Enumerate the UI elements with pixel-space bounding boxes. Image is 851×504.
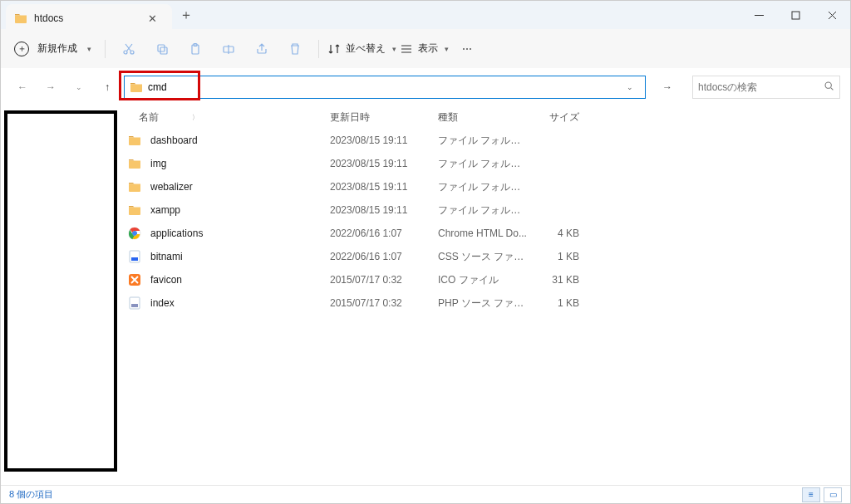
file-name: bitnami — [150, 251, 330, 262]
folder-icon — [127, 133, 142, 148]
file-date: 2023/08/15 19:11 — [330, 181, 438, 193]
tab-title: htdocs — [34, 12, 140, 24]
file-row[interactable]: img2023/08/15 19:11ファイル フォルダー — [117, 152, 850, 175]
cut-button[interactable] — [114, 35, 144, 63]
tiles-view-button[interactable]: ▭ — [824, 487, 842, 502]
file-date: 2022/06/16 1:07 — [330, 251, 438, 262]
details-view-button[interactable]: ≡ — [802, 487, 820, 502]
navbar: ← → ⌄ ↑ ⌄ → — [1, 69, 850, 105]
file-type: ファイル フォルダー — [438, 180, 529, 194]
xampp-icon — [127, 272, 142, 287]
plus-icon: ＋ — [14, 42, 29, 56]
chevron-down-icon: ▾ — [87, 45, 91, 53]
titlebar: htdocs ✕ ＋ — [1, 1, 850, 29]
svg-rect-15 — [131, 304, 138, 307]
file-type: ICO ファイル — [438, 273, 529, 287]
sidebar-mask — [4, 110, 117, 472]
sort-button[interactable]: 並べ替え ▾ — [327, 42, 396, 56]
chevron-down-icon: ▾ — [392, 45, 396, 53]
folder-icon — [127, 156, 142, 171]
address-bar[interactable]: ⌄ — [124, 76, 646, 99]
file-size: 31 KB — [529, 274, 579, 286]
folder-icon — [127, 203, 142, 218]
file-size: 1 KB — [529, 297, 579, 309]
file-row[interactable]: dashboard2023/08/15 19:11ファイル フォルダー — [117, 129, 850, 152]
up-button[interactable]: ↑ — [96, 76, 119, 99]
toolbar: ＋ 新規作成 ▾ 並べ替え ▾ 表示 ▾ ⋯ — [1, 29, 850, 69]
folder-icon — [14, 12, 27, 25]
separator — [318, 40, 319, 58]
chevron-down-icon: ▾ — [445, 45, 449, 53]
file-date: 2023/08/15 19:11 — [330, 204, 438, 216]
new-tab-button[interactable]: ＋ — [172, 1, 200, 29]
address-input[interactable] — [148, 76, 615, 98]
search-box[interactable] — [692, 76, 840, 99]
file-type: Chrome HTML Do... — [438, 228, 529, 239]
file-pane: 名前〉 更新日時 種類 サイズ dashboard2023/08/15 19:1… — [117, 105, 850, 485]
file-row[interactable]: bitnami2022/06/16 1:07CSS ソース ファイル1 KB — [117, 245, 850, 268]
folder-icon — [130, 81, 143, 94]
file-date: 2023/08/15 19:11 — [330, 158, 438, 169]
paste-button[interactable] — [180, 35, 210, 63]
col-date[interactable]: 更新日時 — [330, 110, 438, 125]
back-button[interactable]: ← — [11, 76, 34, 99]
svg-rect-4 — [160, 47, 167, 54]
svg-rect-0 — [792, 12, 799, 19]
file-row[interactable]: applications2022/06/16 1:07Chrome HTML D… — [117, 222, 850, 245]
file-type: ファイル フォルダー — [438, 134, 529, 148]
folder-icon — [127, 179, 142, 194]
tab-htdocs[interactable]: htdocs ✕ — [6, 4, 172, 32]
new-button[interactable]: ＋ 新規作成 ▾ — [9, 38, 96, 60]
file-name: index — [150, 297, 330, 309]
file-row[interactable]: xampp2023/08/15 19:11ファイル フォルダー — [117, 198, 850, 222]
file-date: 2015/07/17 0:32 — [330, 297, 438, 309]
statusbar: 8 個の項目 ≡ ▭ — [1, 485, 850, 503]
minimize-button[interactable] — [740, 1, 777, 29]
file-name: img — [150, 158, 330, 169]
address-dropdown[interactable]: ⌄ — [620, 76, 640, 98]
file-name: favicon — [150, 274, 330, 286]
view-button[interactable]: 表示 ▾ — [400, 42, 449, 56]
search-icon — [824, 81, 834, 94]
file-row[interactable]: favicon2015/07/17 0:32ICO ファイル31 KB — [117, 268, 850, 291]
file-row[interactable]: webalizer2023/08/15 19:11ファイル フォルダー — [117, 175, 850, 198]
file-size: 4 KB — [529, 228, 579, 239]
more-button[interactable]: ⋯ — [452, 35, 482, 63]
php-icon — [127, 296, 142, 311]
col-size[interactable]: サイズ — [529, 110, 579, 125]
svg-point-8 — [825, 82, 831, 88]
close-tab-button[interactable]: ✕ — [140, 7, 164, 30]
file-type: CSS ソース ファイル — [438, 250, 529, 264]
svg-point-2 — [130, 51, 134, 54]
file-name: dashboard — [150, 135, 330, 146]
column-headers: 名前〉 更新日時 種類 サイズ — [117, 105, 850, 129]
file-name: xampp — [150, 204, 330, 216]
css-icon — [127, 249, 142, 264]
file-row[interactable]: index2015/07/17 0:32PHP ソース ファイル1 KB — [117, 291, 850, 315]
file-date: 2015/07/17 0:32 — [330, 274, 438, 286]
share-button[interactable] — [247, 35, 277, 63]
sidebar — [1, 105, 117, 485]
forward-button[interactable]: → — [39, 76, 62, 99]
file-date: 2022/06/16 1:07 — [330, 228, 438, 239]
chrome-icon — [127, 226, 142, 241]
col-type[interactable]: 種類 — [438, 110, 529, 125]
file-type: ファイル フォルダー — [438, 157, 529, 171]
delete-button[interactable] — [280, 35, 310, 63]
svg-rect-3 — [158, 45, 165, 51]
file-type: PHP ソース ファイル — [438, 296, 529, 311]
recent-button[interactable]: ⌄ — [67, 76, 91, 99]
copy-button[interactable] — [147, 35, 177, 63]
file-size: 1 KB — [529, 251, 579, 262]
col-name[interactable]: 名前〉 — [139, 110, 330, 125]
close-window-button[interactable] — [814, 1, 850, 29]
status-text: 8 個の項目 — [9, 488, 53, 501]
sort-caret-icon: 〉 — [192, 113, 199, 122]
maximize-button[interactable] — [777, 1, 814, 29]
search-input[interactable] — [698, 81, 824, 93]
go-button[interactable]: → — [656, 76, 679, 99]
file-name: webalizer — [150, 181, 330, 193]
file-date: 2023/08/15 19:11 — [330, 135, 438, 146]
rename-button[interactable] — [214, 35, 243, 63]
view-icon — [400, 42, 413, 56]
